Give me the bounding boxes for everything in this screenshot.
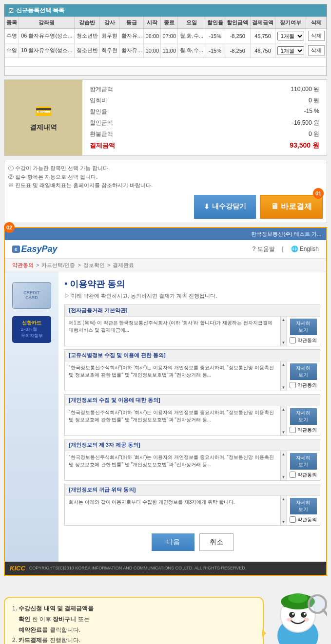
easypay-left-panel: CREDITCARD 신한카드 2~3개월무이자할부	[5, 272, 58, 562]
terms-icon: ▪	[64, 279, 67, 289]
period-select[interactable]: 1개월 3개월 6개월	[277, 46, 304, 55]
speech-bubble: 1. 수강신청 내역 및 결제금액을 확인 한 이후 장바구니 또는 예약완료를…	[4, 597, 264, 644]
english-link[interactable]: 🌐 English	[291, 246, 319, 252]
help-link[interactable]: ? 도움말	[253, 245, 275, 253]
scroll-up-icon[interactable]: ▲	[282, 318, 286, 322]
table-row: 수영 10 활자유수영(성소... 청소년반 최우현 활자유... 10:00 …	[5, 43, 327, 58]
scroll-down-icon[interactable]: ▼	[282, 475, 286, 479]
svg-point-10	[303, 618, 309, 622]
top-section: ☑ 신규등록선택 목록 종목 강좌명 강습반 강사 등급 시작 종료 요일 할인…	[0, 4, 331, 76]
note-line: ※ 진도표 및 래일배치표는 홈페이지를 참조하시기 바랍니다.	[8, 181, 323, 190]
payment-row-label: 할인금액	[90, 119, 113, 127]
terms-agree-checkbox[interactable]	[290, 472, 296, 478]
scroll-down-icon[interactable]: ▼	[282, 385, 286, 390]
scroll-up-icon[interactable]: ▲	[282, 497, 286, 501]
terms-agree-checkbox[interactable]	[290, 382, 296, 388]
bubble-line1: 1. 수강신청 내역 및 결제금액을 확인 한 이후 장바구니 또는 예약완료를…	[12, 604, 255, 635]
terms-block-right: 자세히보기 약관동의	[286, 317, 320, 346]
terms-block-inner: "한국정보통신주식회사"(이하 '회사')는 이용자의 개인정보를 중요시하며,…	[65, 406, 320, 436]
payment-row-value: 0 원	[309, 96, 319, 105]
ep-cancel-button[interactable]: 취소	[199, 533, 234, 551]
cell-delete[interactable]: 삭제	[306, 29, 327, 43]
col-payment: 결제금액	[250, 17, 275, 29]
svg-point-4	[288, 593, 308, 603]
terms-agree-checkbox[interactable]	[290, 427, 296, 433]
terms-agree-checkbox[interactable]	[290, 337, 296, 343]
terms-detail-button[interactable]: 자세히보기	[290, 408, 317, 425]
cell-teacher: 최우현	[99, 43, 119, 58]
terms-scroll[interactable]: ▲ ▼	[280, 361, 286, 391]
terms-agree-label: 약관동의	[297, 516, 317, 523]
terms-block-inner: 회사는 아래와 같이 이용자로부터 수집한 개인정보를 제3자에게 위탁 합니다…	[65, 496, 320, 525]
download-icon: ⬇	[204, 203, 210, 210]
registration-table-wrapper[interactable]: 종목 강좌명 강습반 강사 등급 시작 종료 요일 할인율 할인금액 결제금액 …	[4, 17, 327, 75]
terms-scroll[interactable]: ▲ ▼	[280, 317, 286, 346]
terms-block-text: "한국정보통신주식회사"(이하 '회사')는 이용자의 개인정보를 중요시하며,…	[65, 451, 280, 478]
payment-details: 합계금액 110,000 원입회비 0 원할인율 -15 %할인금액 -16,5…	[82, 80, 327, 155]
naesugangdegi-button[interactable]: ⬇ 내수강담기	[194, 195, 256, 219]
terms-agree-checkbox-row[interactable]: 약관동의	[290, 337, 317, 344]
terms-detail-button[interactable]: 자세히보기	[290, 319, 317, 335]
payment-row-value: 93,500 원	[290, 141, 319, 150]
terms-block-2: [개인정보의 수집 및 이용에 대한 동의] "한국정보통신주식회사"(이하 '…	[64, 394, 320, 436]
cell-end: 07:00	[161, 29, 178, 43]
cell-period[interactable]: 1개월 3개월 6개월	[275, 43, 306, 58]
scroll-up-icon[interactable]: ▲	[282, 362, 286, 367]
terms-block-right: 자세히보기 약관동의	[286, 361, 320, 391]
barogyeol-wrapper: 01 🖥 바로결제	[260, 195, 323, 219]
shinhan-card: 신한카드 2~3개월무이자할부	[12, 316, 51, 343]
delete-button[interactable]: 삭제	[308, 31, 325, 41]
payment-row: 입회비 0 원	[90, 95, 319, 106]
payment-row-label: 할인율	[90, 108, 107, 116]
empty-row	[5, 67, 327, 76]
scroll-down-icon[interactable]: ▼	[282, 341, 286, 345]
credit-card-icon: CREDITCARD	[12, 282, 51, 309]
delete-button[interactable]: 삭제	[308, 45, 325, 56]
terms-detail-button[interactable]: 자세히보기	[290, 498, 317, 514]
terms-agree-checkbox-row[interactable]: 약관동의	[290, 472, 317, 478]
payment-icon: 💳	[35, 103, 52, 119]
note-line: ① 수강이 가능한 항목만 선택 가능 합니다.	[8, 164, 323, 173]
barogyeol-button[interactable]: 🖥 바로결제	[260, 195, 323, 219]
terms-block-header: [개인정보의 수집 및 이용에 대한 동의]	[65, 395, 320, 406]
col-days: 요일	[178, 17, 205, 29]
terms-agree-checkbox-row[interactable]: 약관동의	[290, 427, 317, 434]
terms-subtitle: ▷ 아래 약관에 확인하시고, 동의하시면 결제가 계속 진행됩니다.	[64, 292, 320, 300]
easy-label: e	[12, 246, 20, 253]
payment-label-box: 💳 결제내역	[4, 80, 82, 155]
terms-detail-button[interactable]: 자세히보기	[290, 453, 317, 470]
col-type: 종목	[5, 17, 19, 29]
scroll-up-icon[interactable]: ▲	[282, 452, 286, 456]
header-icon: ☑	[8, 7, 14, 14]
scroll-up-icon[interactable]: ▲	[282, 407, 286, 412]
cell-delete[interactable]: 삭제	[306, 43, 327, 58]
terms-agree-checkbox-row[interactable]: 약관동의	[290, 516, 317, 523]
terms-blocks-container: [전자금융거래 기본약관] 제1조 (목적) 이 약관은 한국정보통신주식회사 …	[64, 304, 320, 526]
cell-days: 월,화,수...	[178, 43, 205, 58]
payment-label: 결제내역	[30, 123, 57, 132]
easypay-content: CREDITCARD 신한카드 2~3개월무이자할부 ▪ 이용약관 동의 ▷ 아…	[5, 272, 326, 562]
terms-detail-button[interactable]: 자세히보기	[290, 363, 317, 380]
terms-scroll[interactable]: ▲ ▼	[280, 496, 286, 525]
cell-period[interactable]: 1개월 3개월 6개월	[275, 29, 306, 43]
col-period: 장기여부	[275, 17, 306, 29]
terms-block-inner: "한국정보통신주식회사"(이하 '회사')는 이용자의 개인정보를 중요시하며,…	[65, 361, 320, 391]
col-discount-rate: 할인율	[205, 17, 225, 29]
terms-agree-checkbox-row[interactable]: 약관동의	[290, 382, 317, 389]
period-select[interactable]: 1개월 3개월 6개월	[277, 32, 304, 40]
ep-next-button[interactable]: 다음	[152, 533, 195, 551]
col-class: 강습반	[75, 17, 100, 29]
terms-scroll[interactable]: ▲ ▼	[280, 406, 286, 436]
scroll-down-icon[interactable]: ▼	[282, 430, 286, 435]
cell-payment: 45,750	[250, 29, 275, 43]
col-discount-amount: 할인금액	[225, 17, 250, 29]
terms-scroll[interactable]: ▲ ▼	[280, 451, 286, 480]
easypay-section: 02 한국정보통신(주) 테스트 가... e EasyPay ? 도움말 | …	[0, 227, 331, 576]
terms-block-1: [고유식별정보 수집 및 이용에 관한 동의] "한국정보통신주식회사"(이하 …	[64, 349, 320, 391]
scroll-down-icon[interactable]: ▼	[282, 520, 286, 524]
breadcrumb-complete: 결제완료	[113, 262, 134, 269]
payment-row-label: 환불금액	[90, 130, 113, 138]
breadcrumb-sep3: >	[107, 262, 110, 268]
terms-agree-checkbox[interactable]	[290, 516, 296, 523]
col-start: 시작	[144, 17, 161, 29]
